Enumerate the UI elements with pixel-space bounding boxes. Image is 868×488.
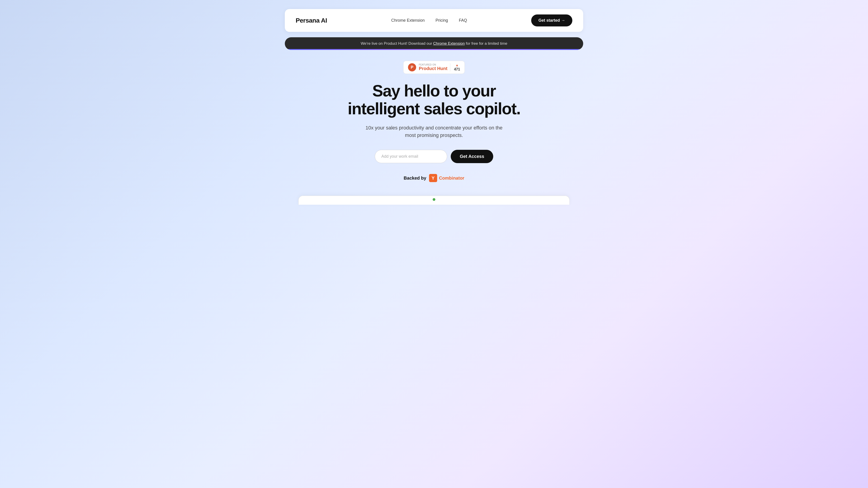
yc-icon: Y <box>429 174 437 182</box>
nav-pricing[interactable]: Pricing <box>436 18 448 23</box>
yc-badge: Y Combinator <box>429 174 464 182</box>
nav-links: Chrome Extension Pricing FAQ <box>391 18 467 23</box>
product-hunt-votes: ▲ 471 <box>450 63 460 71</box>
backed-by-label: Backed by <box>404 175 426 181</box>
hero-headline: Say hello to your intelligent sales copi… <box>344 82 524 118</box>
email-input[interactable] <box>375 150 447 163</box>
product-hunt-text: FEATURED ON Product Hunt <box>419 64 447 71</box>
product-hunt-name: Product Hunt <box>419 66 447 71</box>
get-started-button[interactable]: Get started → <box>531 14 572 26</box>
upvote-arrow-icon: ▲ <box>456 63 459 67</box>
hero-subtext: 10x your sales productivity and concentr… <box>364 124 504 139</box>
backed-by-section: Backed by Y Combinator <box>289 174 579 182</box>
navbar: Persana AI Chrome Extension Pricing FAQ … <box>285 9 583 32</box>
cta-row: Get Access <box>289 150 579 163</box>
product-hunt-icon: P <box>408 63 416 71</box>
product-hunt-badge[interactable]: P FEATURED ON Product Hunt ▲ 471 <box>403 61 465 74</box>
nav-faq[interactable]: FAQ <box>459 18 467 23</box>
banner-text-before: We're live on Product Hunt! Download our <box>361 41 433 46</box>
get-access-button[interactable]: Get Access <box>451 150 493 163</box>
yc-name: Combinator <box>439 175 464 181</box>
bottom-card-preview <box>298 196 569 205</box>
product-hunt-featured-label: FEATURED ON <box>419 64 436 66</box>
logo: Persana AI <box>296 17 327 24</box>
announcement-banner: We're live on Product Hunt! Download our… <box>285 37 583 50</box>
vote-count: 471 <box>454 67 460 71</box>
banner-text-after: for free for a limited time <box>465 41 507 46</box>
hero-section: P FEATURED ON Product Hunt ▲ 471 Say hel… <box>285 50 583 182</box>
nav-chrome-extension[interactable]: Chrome Extension <box>391 18 425 23</box>
banner-chrome-extension-link[interactable]: Chrome Extension <box>433 41 465 46</box>
